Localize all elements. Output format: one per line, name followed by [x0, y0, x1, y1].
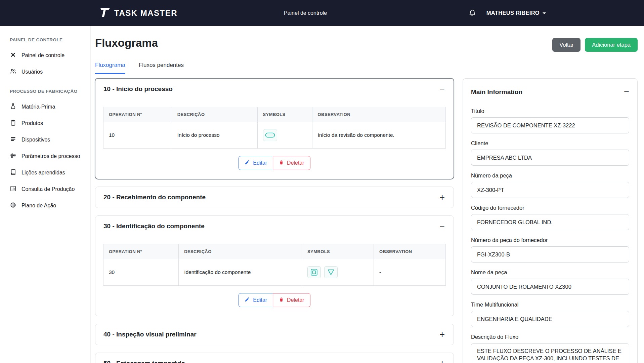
plus-icon[interactable]: + — [439, 359, 445, 363]
page-title: Fluxograma — [95, 37, 158, 49]
observation-cell: Início da revisão do componente. — [312, 122, 445, 149]
tab-fluxograma[interactable]: Fluxograma — [95, 62, 125, 74]
sidebar-item-label: Produtos — [22, 120, 43, 126]
column-header-observation: OBSERVATION — [312, 107, 445, 122]
collapse-minus-icon[interactable]: − — [624, 87, 629, 96]
flow-steps-list: 10 - Início do processo − OPERATION Nº D… — [95, 78, 454, 363]
sidebar-item-parametros-de-processo[interactable]: Parâmetros de processo — [10, 148, 87, 164]
task-master-logo-icon — [99, 7, 111, 19]
top-navbar: TASK MASTER Painel de controle MATHEUS R… — [0, 0, 644, 26]
sidebar-item-label: Painel de controle — [22, 52, 65, 58]
nav-link-dashboard[interactable]: Painel de controle — [284, 10, 327, 16]
add-step-button[interactable]: Adicionar etapa — [585, 38, 638, 52]
nome-da-peca-input[interactable] — [471, 279, 629, 295]
column-header-symbols: SYMBOLS — [302, 244, 374, 259]
column-header-operation: OPERATION Nº — [103, 107, 172, 122]
numero-da-peca-do-fornecedor-input[interactable] — [471, 246, 629, 263]
codigo-do-fornecedor-label: Código do fornecedor — [471, 205, 629, 211]
minus-icon[interactable]: − — [439, 222, 445, 231]
titulo-input[interactable] — [471, 117, 629, 133]
accordion-header[interactable]: 50 - Estocagem temporária + — [95, 353, 454, 363]
sidebar-item-materia-prima[interactable]: Matéria-Prima — [10, 98, 87, 115]
accordion-header[interactable]: 10 - Início do processo − — [95, 79, 454, 99]
cliente-input[interactable] — [471, 150, 629, 166]
flow-description-textarea[interactable]: ESTE FLUXO DESCREVE O PROCESSO DE ANÁLIS… — [471, 343, 629, 363]
sidebar-item-label: Dispositivos — [22, 137, 50, 143]
tools-icon — [10, 51, 16, 59]
description-cell: Início do processo — [172, 122, 257, 149]
navbar-right-group: MATHEUS RIBEIRO — [468, 9, 546, 17]
sidebar-item-label: Matéria-Prima — [22, 104, 55, 110]
sidebar-item-label: Lições aprendidas — [22, 170, 65, 176]
sidebar-section-title: PROCESSO DE FABRICAÇÃO — [10, 89, 87, 94]
sidebar-section-title: PAINEL DE CONTROLE — [10, 37, 87, 42]
accordion-title: 20 - Recebimento do componente — [103, 194, 206, 201]
notification-bell-icon[interactable] — [468, 9, 476, 17]
symbols-cell — [302, 259, 374, 286]
symbols-cell — [257, 122, 312, 149]
time-multifuncional-label: Time Multifuncional — [471, 301, 629, 308]
edit-button[interactable]: Editar — [239, 293, 273, 307]
plus-icon[interactable]: + — [439, 193, 445, 202]
description-cell: Identificação do componente — [179, 259, 302, 286]
time-multifuncional-input[interactable] — [471, 311, 629, 327]
descricao-do-fluxo-label: Descrição do Fluxo — [471, 334, 629, 340]
numero-da-peca-do-fornecedor-label: Número da peça do fornecedor — [471, 237, 629, 243]
column-header-description: DESCRIÇÃO — [179, 244, 302, 259]
numero-da-peca-label: Número da peça — [471, 172, 629, 179]
chart-icon — [10, 185, 16, 193]
main-information-card: Main Information − Titulo Cliente Número… — [463, 78, 638, 363]
numero-da-peca-input[interactable] — [471, 182, 629, 198]
edit-button-label: Editar — [253, 297, 267, 303]
chevron-down-icon — [543, 12, 546, 14]
operation-number-cell: 10 — [103, 122, 172, 149]
sidebar-item-licoes-aprendidas[interactable]: Lições aprendidas — [10, 164, 87, 181]
accordion-header[interactable]: 40 - Inspeção visual preliminar + — [95, 324, 454, 345]
trash-icon — [279, 160, 284, 166]
tab-bar: Fluxograma Fluxos pendentes — [95, 62, 638, 74]
delete-button-label: Deletar — [287, 297, 304, 303]
delete-button[interactable]: Deletar — [273, 156, 310, 170]
sidebar-item-usuarios[interactable]: Usuários — [10, 64, 87, 80]
sidebar: PAINEL DE CONTROLE Painel de controle Us… — [0, 26, 91, 363]
tab-fluxos-pendentes[interactable]: Fluxos pendentes — [139, 62, 184, 74]
accordion-title: 30 - Identificação do componente — [103, 223, 205, 230]
accordion-step-30: 30 - Identificação do componente − OPERA… — [95, 215, 454, 316]
brand[interactable]: TASK MASTER — [99, 7, 177, 19]
accordion-header[interactable]: 20 - Recebimento do componente + — [95, 187, 454, 208]
pencil-icon — [245, 160, 250, 166]
clipboard-icon — [10, 119, 16, 127]
sidebar-item-produtos[interactable]: Produtos — [10, 115, 87, 131]
sidebar-item-label: Parâmetros de processo — [22, 153, 80, 159]
sliders-icon — [10, 152, 16, 160]
accordion-step-50: 50 - Estocagem temporária + — [95, 353, 454, 363]
pencil-icon — [245, 297, 250, 304]
plus-icon[interactable]: + — [439, 330, 445, 339]
edit-button[interactable]: Editar — [239, 156, 273, 170]
minus-icon[interactable]: − — [439, 85, 445, 94]
nome-da-peca-label: Nome da peça — [471, 269, 629, 276]
user-menu[interactable]: MATHEUS RIBEIRO — [486, 10, 546, 16]
accordion-header[interactable]: 30 - Identificação do componente − — [95, 216, 454, 237]
operations-table: OPERATION Nº DESCRIÇÃO SYMBOLS OBSERVATI… — [103, 244, 446, 286]
target-icon — [10, 202, 16, 210]
column-header-operation: OPERATION Nº — [103, 244, 179, 259]
edit-button-label: Editar — [253, 160, 267, 166]
delete-button[interactable]: Deletar — [273, 293, 310, 307]
sidebar-item-painel-de-controle[interactable]: Painel de controle — [10, 47, 87, 64]
column-header-observation: OBSERVATION — [374, 244, 445, 259]
observation-cell: - — [374, 259, 445, 286]
terminator-symbol-icon — [263, 129, 277, 141]
book-icon — [10, 169, 16, 177]
column-header-description: DESCRIÇÃO — [172, 107, 257, 122]
sidebar-item-plano-de-acao[interactable]: Plano de Ação — [10, 197, 87, 214]
accordion-step-40: 40 - Inspeção visual preliminar + — [95, 324, 454, 345]
accordion-step-20: 20 - Recebimento do componente + — [95, 187, 454, 208]
info-card-title: Main Information — [471, 88, 522, 96]
back-button[interactable]: Voltar — [552, 38, 581, 52]
sidebar-item-consulta-de-producao[interactable]: Consulta de Produção — [10, 181, 87, 197]
codigo-do-fornecedor-input[interactable] — [471, 214, 629, 230]
sidebar-item-label: Consulta de Produção — [22, 186, 75, 192]
sidebar-item-dispositivos[interactable]: Dispositivos — [10, 131, 87, 148]
accordion-title: 50 - Estocagem temporária — [103, 360, 185, 363]
